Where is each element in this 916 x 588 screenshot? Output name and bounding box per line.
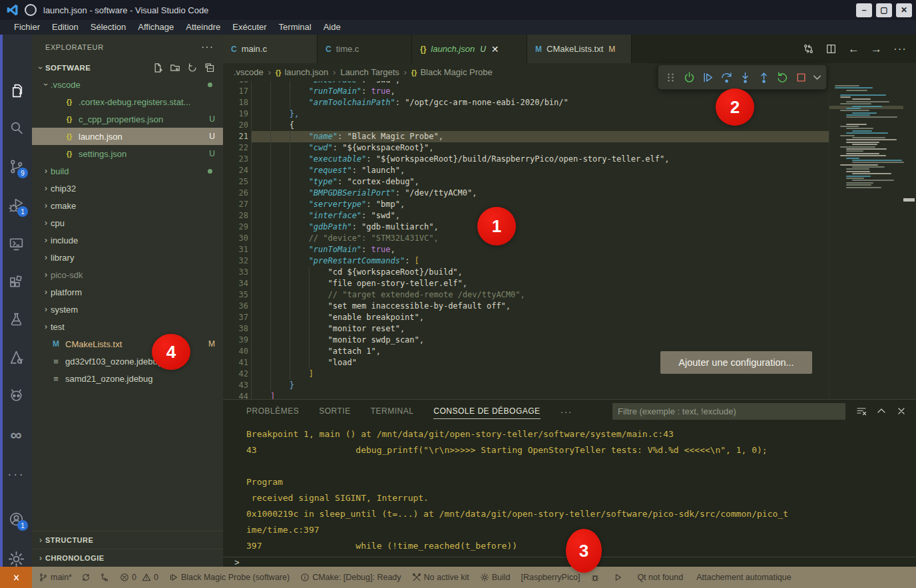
- status-no-active-kit[interactable]: No active kit: [412, 573, 469, 582]
- activitybar-settings-gear-icon[interactable]: [0, 544, 32, 573]
- tree-file-cmakelists-txt[interactable]: MCMakeLists.txtM: [32, 335, 223, 353]
- status-main-[interactable]: main*: [39, 573, 72, 582]
- activitybar-search-icon[interactable]: [0, 113, 32, 142]
- tree-folder-pico-sdk[interactable]: ›pico-sdk: [32, 266, 223, 283]
- panel-tab-console-de-d-bogage[interactable]: CONSOLE DE DÉBOGAGE: [433, 400, 540, 422]
- debug-step-out-icon[interactable]: [756, 69, 772, 86]
- status-bug-icon[interactable]: [590, 573, 600, 582]
- breadcrumb-item[interactable]: Black Magic Probe: [420, 67, 492, 77]
- activitybar-cmake-icon[interactable]: [0, 343, 32, 372]
- close-icon[interactable]: ✕: [491, 44, 499, 55]
- activitybar-remote-explorer-icon[interactable]: [0, 229, 32, 258]
- tab-launch-json[interactable]: {}launch.jsonU✕: [412, 35, 527, 63]
- section-chronologie[interactable]: ›CHRONOLOGIE: [32, 549, 223, 567]
- debug-filter-input[interactable]: [612, 403, 845, 420]
- activitybar-files-icon[interactable]: [0, 76, 32, 105]
- tree-file-settings-json[interactable]: {}settings.jsonU: [32, 145, 223, 162]
- debug-stop-icon[interactable]: [793, 69, 809, 86]
- status-build[interactable]: Build: [480, 573, 511, 582]
- panel-tab-terminal[interactable]: TERMINAL: [371, 400, 414, 422]
- tree-folder-test[interactable]: ›test: [32, 318, 223, 335]
- compare-changes-icon[interactable]: [803, 43, 814, 55]
- tree-folder-cpu[interactable]: ›cpu: [32, 214, 223, 231]
- menu-edition[interactable]: Edition: [46, 20, 85, 35]
- tree-folder-build[interactable]: ›build: [32, 162, 223, 180]
- status-attachement-automatique[interactable]: Attachement automatique: [696, 573, 791, 582]
- tree-file-samd21-ozone-jdebug[interactable]: ≡samd21_ozone.jdebug: [32, 370, 223, 387]
- new-folder-icon[interactable]: [170, 63, 180, 73]
- breadcrumb-item[interactable]: Launch Targets: [340, 67, 399, 77]
- menu-exécuter[interactable]: Exécuter: [226, 20, 272, 35]
- debug-step-over-icon[interactable]: [718, 69, 734, 86]
- status-cmake-debug-ready[interactable]: CMake: [Debug]: Ready: [300, 573, 401, 582]
- menu-sélection[interactable]: Sélection: [85, 20, 132, 35]
- activitybar-run-debug-icon[interactable]: 1: [0, 190, 32, 220]
- tree-folder--vscode[interactable]: ›.vscode: [32, 76, 223, 93]
- debug-chevron-down-icon[interactable]: [811, 69, 822, 86]
- activitybar-test-beaker-icon[interactable]: [0, 305, 32, 334]
- add-configuration-button[interactable]: Ajouter une configuration...: [660, 351, 812, 374]
- status--raspberrypico-[interactable]: [RaspberryPico]: [521, 573, 580, 582]
- maximize-panel-icon[interactable]: [876, 406, 887, 416]
- breadcrumb-separator: ›: [404, 68, 407, 77]
- workspace-section-header[interactable]: › SOFTWARE: [32, 60, 223, 76]
- activitybar-source-control-icon[interactable]: 9: [0, 152, 32, 181]
- breadcrumb-item[interactable]: launch.json: [284, 67, 328, 77]
- activitybar-extensions-icon[interactable]: [0, 267, 32, 297]
- tree-folder-library[interactable]: ›library: [32, 249, 223, 266]
- debug-power-launch-icon[interactable]: [681, 69, 697, 86]
- tree-file--cortex-debug-registers-stat-[interactable]: {}.cortex-debug.registers.stat...: [32, 93, 223, 110]
- clear-console-icon[interactable]: [856, 406, 867, 416]
- activitybar-account-icon[interactable]: 1: [0, 504, 32, 533]
- tree-folder-cmake[interactable]: ›cmake: [32, 197, 223, 214]
- panel-tab-probl-mes[interactable]: PROBLÈMES: [246, 400, 299, 422]
- panel-tab-sortie[interactable]: SORTIE: [319, 400, 350, 422]
- menu-fichier[interactable]: Fichier: [8, 20, 46, 35]
- section-structure[interactable]: ›STRUCTURE: [32, 531, 223, 549]
- collapse-all-icon[interactable]: [204, 63, 215, 73]
- tree-file-c-cpp-properties-json[interactable]: {}c_cpp_properties.jsonU: [32, 110, 223, 128]
- minimap[interactable]: [829, 81, 903, 399]
- close-panel-icon[interactable]: [896, 406, 907, 416]
- tab-cmakelists-txt[interactable]: MCMakeLists.txtM: [527, 35, 632, 63]
- menu-atteindre[interactable]: Atteindre: [180, 20, 226, 35]
- status-branch-pull-icon[interactable]: [100, 573, 109, 582]
- status-play-icon[interactable]: [613, 573, 622, 582]
- status-sync-icon[interactable]: [81, 573, 91, 582]
- debug-step-into-icon[interactable]: [737, 69, 753, 86]
- editor-scrollbar[interactable]: [903, 81, 916, 399]
- arrow-right-icon[interactable]: →: [871, 43, 882, 56]
- more-actions-icon[interactable]: ···: [893, 43, 907, 56]
- explorer-more-icon[interactable]: ···: [201, 41, 214, 53]
- status-0[interactable]: 0: [142, 573, 158, 582]
- debug-restart-icon[interactable]: [774, 69, 790, 86]
- status-black-magic-probe-software-[interactable]: Black Magic Probe (software): [169, 573, 290, 582]
- tab-time-c[interactable]: Ctime.c: [318, 35, 412, 63]
- panel-more-icon[interactable]: ···: [561, 406, 572, 417]
- file-label: c_cpp_properties.json: [79, 114, 205, 124]
- tree-folder-include[interactable]: ›include: [32, 231, 223, 249]
- refresh-icon[interactable]: [187, 63, 198, 73]
- tree-file-launch-json[interactable]: {}launch.jsonU: [32, 128, 223, 145]
- status-0[interactable]: 0: [120, 573, 136, 582]
- activitybar-infinity-icon[interactable]: ∞: [0, 420, 32, 450]
- tree-file-gd32vf103-ozone-jdebug[interactable]: ≡gd32vf103_ozone.jdebug: [32, 353, 223, 370]
- maximize-button[interactable]: ▢: [876, 3, 892, 17]
- menu-aide[interactable]: Aide: [318, 20, 347, 35]
- close-button[interactable]: ✕: [896, 3, 912, 17]
- tree-folder-platform[interactable]: ›platform: [32, 283, 223, 301]
- minimize-button[interactable]: –: [856, 3, 872, 17]
- tab-main-c[interactable]: Cmain.c: [223, 35, 318, 63]
- activitybar-more-icon[interactable]: ···: [0, 459, 32, 488]
- menu-affichage[interactable]: Affichage: [132, 20, 180, 35]
- split-editor-icon[interactable]: [825, 43, 837, 55]
- breadcrumb-item[interactable]: .vscode: [234, 67, 264, 77]
- debug-continue-icon[interactable]: [700, 69, 716, 86]
- arrow-left-icon[interactable]: ←: [848, 43, 859, 56]
- activitybar-robot-icon[interactable]: [0, 381, 32, 410]
- menu-terminal[interactable]: Terminal: [273, 20, 318, 35]
- status-qt-not-found[interactable]: Qt not found: [637, 573, 683, 582]
- tree-folder-chip32[interactable]: ›chip32: [32, 180, 223, 197]
- tree-folder-system[interactable]: ›system: [32, 301, 223, 318]
- new-file-icon[interactable]: [152, 63, 163, 73]
